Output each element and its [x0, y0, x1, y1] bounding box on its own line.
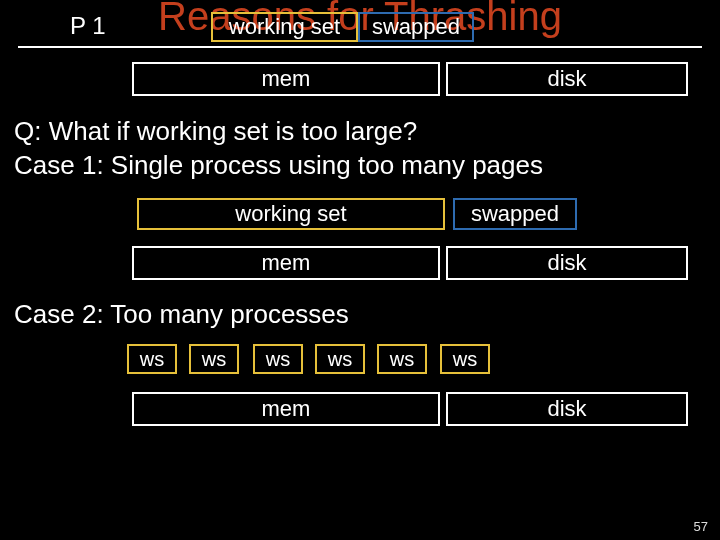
ws-box-3: ws: [253, 344, 303, 374]
case2-text: Case 2: Too many processes: [14, 299, 349, 330]
swapped-box-case1: swapped: [453, 198, 577, 230]
working-set-box-top: working set: [211, 12, 358, 42]
mem-box-top: mem: [132, 62, 440, 96]
title-underline: [18, 46, 702, 48]
mem-box-case1: mem: [132, 246, 440, 280]
ws-box-4: ws: [315, 344, 365, 374]
swapped-box-top: swapped: [358, 12, 474, 42]
disk-box-case1: disk: [446, 246, 688, 280]
ws-box-2: ws: [189, 344, 239, 374]
ws-box-6: ws: [440, 344, 490, 374]
case1-text: Case 1: Single process using too many pa…: [14, 150, 543, 181]
ws-box-5: ws: [377, 344, 427, 374]
slide-number: 57: [694, 519, 708, 534]
working-set-box-case1: working set: [137, 198, 445, 230]
question-text: Q: What if working set is too large?: [14, 116, 417, 147]
ws-box-1: ws: [127, 344, 177, 374]
disk-box-top: disk: [446, 62, 688, 96]
mem-box-case2: mem: [132, 392, 440, 426]
disk-box-case2: disk: [446, 392, 688, 426]
